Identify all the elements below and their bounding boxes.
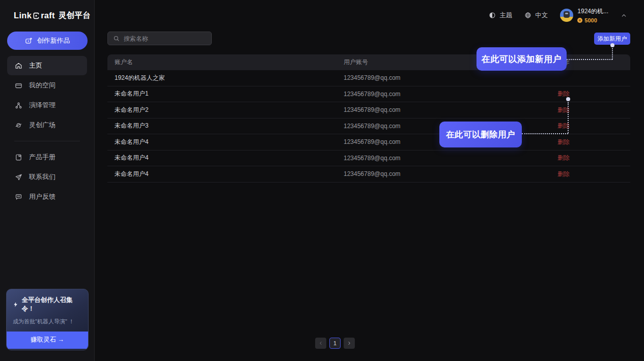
cell-username: 未命名用户2 [107,106,344,114]
lightning-icon [13,302,18,308]
sidebar-item-label: 主页 [29,61,42,70]
cell-username: 未命名用户1 [107,89,344,98]
coin-icon [577,18,582,23]
sidebar-item-label: 演绎管理 [29,101,55,110]
sidebar-item-home[interactable]: 主页 [7,56,87,75]
chevron-right-icon [347,341,352,346]
chevron-left-icon [318,341,323,346]
feedback-icon [15,193,22,201]
add-tooltip-connector-vertical [612,48,613,59]
language-switcher[interactable]: 中文 [524,11,548,20]
sidebar-divider [14,141,80,141]
avatar[interactable] [560,9,573,22]
cell-username: 未命名用户4 [107,170,344,178]
language-label: 中文 [535,11,548,20]
brand-logo-cn: 灵创平台 [59,10,91,21]
delete-user-link[interactable]: 删除 [557,138,570,145]
brand-logo: Link raft 灵创平台 [0,0,94,21]
globe-icon [524,12,531,19]
planet-icon [15,122,22,129]
sidebar-item-label: 产品手册 [29,153,55,162]
sidebar-item-my-space[interactable]: 我的空间 [7,76,87,95]
sidebar: Link raft 灵创平台 创作新作品 [0,0,95,361]
theme-toggle[interactable]: 主题 [489,11,512,20]
cell-account: 123456789@qq.com [344,91,557,98]
app-root: Link raft 灵创平台 创作新作品 [0,0,644,361]
chevron-up-icon [621,12,627,19]
next-page-button[interactable] [344,338,355,349]
search-input[interactable] [124,35,205,42]
sidebar-item-feedback[interactable]: 用户反馈 [7,187,87,206]
brand-logo-part1: Link [14,11,32,20]
topbar: 主题 中文 1924的机... 5000 [477,0,644,31]
prev-page-button[interactable] [315,338,326,349]
coin-count: 5000 [584,17,597,23]
cell-account: 123456789@qq.com [344,155,557,162]
delete-user-tooltip: 在此可以删除用户 [439,122,522,147]
collapse-user-menu-button[interactable] [620,11,628,20]
cell-account: 123456789@qq.com [344,106,557,113]
sidebar-nav: 主页 我的空间 演绎管理 灵 [7,56,87,206]
sidebar-item-contact-us[interactable]: 联系我们 [7,167,87,187]
brand-c-icon [32,12,40,20]
earn-stones-button[interactable]: 赚取灵石 → [7,332,88,349]
promo-subtitle: 成为首批"机器人导演" ！ [13,318,82,325]
manual-icon [15,154,22,161]
table-row: 未命名用户4 123456789@qq.com 删除 [107,151,630,167]
table-row: 1924的机器人之家 123456789@qq.com [107,70,630,86]
sidebar-item-label: 用户反馈 [29,192,55,201]
brand-logo-part2: raft [41,11,55,20]
users-table: 账户名 用户账号 操作 1924的机器人之家 123456789@qq.com … [107,54,630,183]
delete-user-link[interactable]: 删除 [557,154,570,161]
add-tooltip-connector-horizontal [567,59,612,60]
cell-username: 未命名用户4 [107,154,344,162]
nodes-icon [15,102,22,109]
cell-username: 未命名用户4 [107,138,344,146]
promo-card: 全平台创作人召集令！ 成为首批"机器人导演" ！ 赚取灵石 → [6,289,89,351]
delete-tooltip-connector-vertical [568,102,569,133]
cell-username: 未命名用户3 [107,122,344,130]
cell-username: 1924的机器人之家 [107,74,344,82]
delete-user-link[interactable]: 删除 [557,90,570,97]
sidebar-item-performance-mgmt[interactable]: 演绎管理 [7,96,87,115]
delete-tooltip-connector-horizontal [522,133,568,134]
sidebar-item-label: 灵创广场 [29,121,55,130]
promo-title: 全平台创作人召集令！ [21,296,82,313]
sidebar-item-label: 我的空间 [29,81,55,90]
theme-icon [489,12,496,19]
search-icon [113,35,120,42]
send-icon [15,173,22,181]
table-row: 未命名用户4 123456789@qq.com 删除 [107,134,630,151]
table-row: 未命名用户3 123456789@qq.com 删除 [107,118,630,135]
pagination: 1 [315,338,355,349]
user-block[interactable]: 1924的机... 5000 [577,7,608,23]
sidebar-item-product-manual[interactable]: 产品手册 [7,147,87,167]
column-header-name: 账户名 [107,58,344,67]
promo-title-row: 全平台创作人召集令！ [13,296,82,313]
username: 1924的机... [577,7,608,16]
coin-balance: 5000 [577,17,608,23]
cell-account: 123456789@qq.com [344,74,557,81]
search-box [107,32,212,45]
folder-icon [15,82,22,89]
table-row: 未命名用户4 123456789@qq.com 删除 [107,166,630,183]
main-area: 主题 中文 1924的机... 5000 [95,0,644,361]
delete-user-link[interactable]: 删除 [557,170,570,177]
home-icon [15,62,22,70]
table-row: 未命名用户1 123456789@qq.com 删除 [107,86,630,103]
theme-label: 主题 [499,11,512,20]
sidebar-item-plaza[interactable]: 灵创广场 [7,115,87,135]
add-user-tooltip: 在此可以添加新用户 [477,47,567,71]
create-work-label: 创作新作品 [37,36,70,45]
sidebar-item-label: 联系我们 [29,172,55,182]
table-row: 未命名用户2 123456789@qq.com 删除 [107,102,630,118]
create-work-button[interactable]: 创作新作品 [7,32,88,50]
cell-account: 123456789@qq.com [344,170,557,177]
add-tooltip-anchor-dot [610,43,614,47]
delete-tooltip-anchor-dot [566,97,570,101]
current-page-button[interactable]: 1 [329,338,341,349]
video-plus-icon [25,37,33,45]
